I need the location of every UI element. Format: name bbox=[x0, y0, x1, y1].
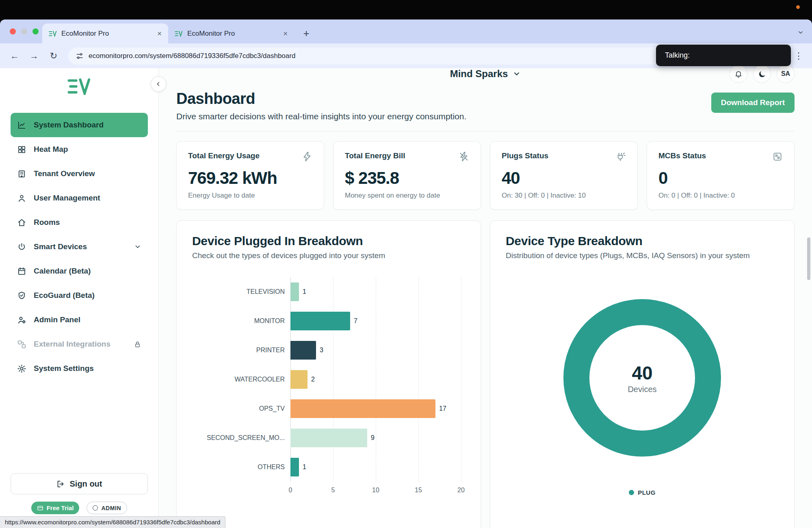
bar-value-label: 1 bbox=[303, 463, 306, 471]
url-text[interactable]: ecomonitorpro.com/system/688086d719336f5… bbox=[89, 52, 295, 60]
sidebar-collapse-button[interactable] bbox=[151, 76, 166, 92]
chevron-down-icon bbox=[513, 70, 521, 78]
window-zoom-button[interactable] bbox=[32, 28, 39, 34]
sidebar-item-label: External Integrations bbox=[34, 340, 110, 349]
bar[interactable] bbox=[290, 312, 350, 330]
sidebar-item-heat-map[interactable]: Heat Map bbox=[11, 137, 148, 162]
stat-value: 0 bbox=[658, 168, 783, 188]
sign-out-button[interactable]: Sign out bbox=[11, 473, 148, 494]
app-header: Mind Sparks bbox=[159, 68, 812, 80]
chart-icon bbox=[17, 121, 26, 130]
stat-title: Plugs Status bbox=[502, 151, 548, 160]
bar-track: 9 bbox=[290, 429, 465, 447]
back-button[interactable]: ← bbox=[6, 48, 23, 64]
donut-center: 40 Devices bbox=[557, 293, 728, 463]
bar-category-label: PRINTER bbox=[192, 347, 290, 354]
bar-value-label: 9 bbox=[371, 434, 375, 442]
sidebar-item-user-management[interactable]: User Management bbox=[11, 186, 148, 210]
bar[interactable] bbox=[290, 370, 307, 389]
link-status-bar: https://www.ecomonitorpro.com/system/688… bbox=[0, 516, 225, 528]
stat-caption: On: 30 | Off: 0 | Inactive: 10 bbox=[502, 192, 626, 200]
recording-indicator-icon bbox=[796, 5, 800, 9]
bar[interactable] bbox=[290, 429, 367, 447]
bar[interactable] bbox=[290, 341, 316, 360]
sign-out-label: Sign out bbox=[70, 479, 102, 489]
x-tick-label: 15 bbox=[415, 487, 422, 494]
stat-value: 769.32 kWh bbox=[188, 168, 312, 188]
stat-card-mcbs-status: MCBs Status 0 On: 0 | Off: 0 | Inactive: bbox=[647, 141, 795, 210]
x-tick-label: 0 bbox=[289, 487, 292, 494]
site-settings-icon[interactable] bbox=[76, 52, 84, 60]
organization-name: Mind Sparks bbox=[450, 68, 508, 80]
stat-title: Total Energy Usage bbox=[188, 151, 260, 160]
plug-icon bbox=[615, 151, 626, 164]
reload-button[interactable]: ↻ bbox=[45, 48, 62, 64]
scrollbar-thumb[interactable] bbox=[807, 237, 810, 280]
notifications-button[interactable] bbox=[730, 65, 747, 83]
bar-plot: TELEVISION1MONITOR7PRINTER3WATERCOOLER2O… bbox=[192, 277, 465, 482]
new-tab-button[interactable]: + bbox=[299, 26, 314, 41]
integrations-icon bbox=[17, 340, 26, 349]
page-title: Dashboard bbox=[176, 90, 466, 108]
browser-menu-button[interactable]: ⋮ bbox=[792, 51, 806, 61]
tab-close-icon[interactable]: × bbox=[157, 30, 162, 37]
bar-row: PRINTER3 bbox=[192, 336, 465, 365]
sidebar-item-calendar[interactable]: Calendar (Beta) bbox=[11, 259, 148, 283]
bar[interactable] bbox=[290, 399, 435, 418]
avatar-initials: SA bbox=[781, 70, 790, 78]
bar[interactable] bbox=[290, 282, 299, 301]
divider bbox=[176, 131, 795, 131]
tabs: EcoMonitor Pro × EcoMonitor Pro × + bbox=[42, 24, 314, 43]
page-subtitle: Drive smarter decisions with real-time i… bbox=[176, 112, 466, 121]
shield-check-icon bbox=[17, 291, 26, 300]
sidebar-item-label: Heat Map bbox=[34, 145, 68, 154]
tab-search-button[interactable] bbox=[797, 29, 804, 37]
user-avatar[interactable]: SA bbox=[777, 65, 795, 83]
legend-dot-icon bbox=[629, 490, 634, 495]
bar[interactable] bbox=[290, 458, 299, 476]
device-plugged-in-card: Device Plugged In Breakdown Check out th… bbox=[176, 220, 481, 528]
sidebar-item-external-integrations[interactable]: External Integrations bbox=[11, 332, 148, 356]
sidebar-nav: System Dashboard Heat Map bbox=[0, 113, 158, 381]
mcb-icon bbox=[772, 151, 783, 164]
sidebar-item-label: Calendar (Beta) bbox=[34, 267, 91, 276]
x-tick-label: 20 bbox=[457, 487, 465, 494]
admin-user-icon bbox=[17, 315, 26, 325]
tab-close-icon[interactable]: × bbox=[283, 30, 288, 37]
sidebar-item-label: EcoGuard (Beta) bbox=[34, 291, 95, 300]
stat-title: Total Energy Bill bbox=[345, 151, 405, 160]
free-trial-badge: Free Trial bbox=[31, 502, 80, 514]
bar-row: WATERCOOLER2 bbox=[192, 365, 465, 394]
stat-title: MCBs Status bbox=[658, 151, 706, 160]
sidebar-item-admin-panel[interactable]: Admin Panel bbox=[11, 308, 148, 332]
download-report-button[interactable]: Download Report bbox=[711, 93, 795, 113]
window-minimize-button[interactable] bbox=[21, 28, 27, 34]
bar-value-label: 1 bbox=[303, 288, 306, 295]
tab-ecomonitor-active[interactable]: EcoMonitor Pro × bbox=[42, 24, 168, 43]
forward-button[interactable]: → bbox=[26, 48, 42, 64]
dashboard-content: Dashboard Drive smarter decisions with r… bbox=[159, 80, 812, 528]
sidebar-item-system-settings[interactable]: System Settings bbox=[11, 356, 148, 381]
sidebar-item-system-dashboard[interactable]: System Dashboard bbox=[11, 113, 148, 137]
organization-selector[interactable]: Mind Sparks bbox=[450, 68, 521, 80]
bar-track: 1 bbox=[290, 282, 465, 301]
sidebar-item-smart-devices[interactable]: Smart Devices bbox=[11, 235, 148, 259]
sidebar-item-ecoguard[interactable]: EcoGuard (Beta) bbox=[11, 283, 148, 308]
sidebar-item-label: Rooms bbox=[34, 218, 60, 227]
tab-ecomonitor-inactive[interactable]: EcoMonitor Pro × bbox=[168, 24, 294, 43]
sidebar-badges: Free Trial ADMIN bbox=[0, 502, 158, 514]
talking-status-text: Talking: bbox=[665, 51, 690, 60]
dark-mode-toggle[interactable] bbox=[753, 65, 771, 83]
bar-track: 2 bbox=[290, 370, 465, 389]
bar-track: 1 bbox=[290, 458, 465, 476]
window-controls bbox=[10, 28, 39, 34]
building-icon bbox=[17, 169, 26, 179]
sidebar-item-rooms[interactable]: Rooms bbox=[11, 210, 148, 235]
chart-subtitle: Check out the types of devices plugged i… bbox=[192, 251, 465, 260]
app-logo[interactable] bbox=[0, 78, 158, 95]
window-close-button[interactable] bbox=[10, 28, 16, 34]
bar-track: 17 bbox=[290, 399, 465, 418]
sidebar-item-tenant-overview[interactable]: Tenant Overview bbox=[11, 162, 148, 186]
bar-category-label: WATERCOOLER bbox=[192, 376, 290, 383]
bell-icon bbox=[734, 70, 743, 78]
